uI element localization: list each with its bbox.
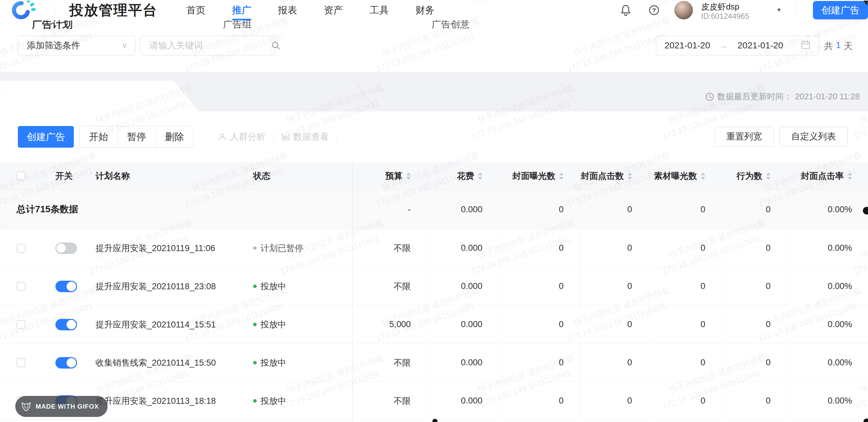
user-dropdown-caret-icon[interactable]: ▼ xyxy=(776,7,782,13)
data-update-time: 数据最后更新时间：2021-01-20 11:28 xyxy=(705,91,860,102)
cell-ctr: 0.00% xyxy=(786,229,868,267)
reset-column-width-button[interactable]: 重置列宽 xyxy=(715,127,774,147)
cell-budget: 不限 xyxy=(352,382,427,420)
nav-item-tools[interactable]: 工具 xyxy=(370,0,389,20)
plan-name[interactable]: 收集销售线索_20210114_15:50 xyxy=(95,357,216,368)
app-screen: 投放管理平台 首页 推广 报表 资产 工具 财务 ? 皮皮虾dsp ID:601… xyxy=(0,0,868,422)
bar-chart-icon xyxy=(281,132,290,141)
column-header-label: 行为数 xyxy=(737,170,762,182)
status-dot xyxy=(253,246,257,250)
sort-arrows-icon[interactable] xyxy=(766,172,771,180)
row-checkbox[interactable] xyxy=(17,320,26,329)
person-icon xyxy=(218,132,227,141)
fixed-column-divider xyxy=(352,162,353,422)
cell-cost: 0.000 xyxy=(427,305,498,344)
nav-item-home[interactable]: 首页 xyxy=(186,0,206,20)
date-range-arrow-icon: → xyxy=(720,41,728,51)
chevron-down-icon: ∨ xyxy=(122,41,127,50)
column-header-metric[interactable]: 封面点击率 xyxy=(786,162,868,190)
row-switch-toggle[interactable] xyxy=(55,319,77,330)
create-ad-button-header[interactable]: 创建广告 xyxy=(813,1,868,20)
tab-separator xyxy=(355,83,377,109)
top-header: 投放管理平台 首页 推广 报表 资产 工具 财务 ? 皮皮虾dsp ID:601… xyxy=(0,0,868,20)
tab-campaign-shape[interactable] xyxy=(0,81,199,111)
column-header-metric[interactable]: 素材曝光数 xyxy=(648,162,721,190)
user-info[interactable]: 皮皮虾dsp ID:601244965 xyxy=(701,2,774,20)
row-checkbox[interactable] xyxy=(17,358,26,367)
summary-actions: 0 xyxy=(721,190,786,229)
tab-separator xyxy=(560,83,582,109)
cell-material-impressions: 0 xyxy=(648,267,721,305)
sort-arrows-icon[interactable] xyxy=(478,172,483,180)
sort-arrows-icon[interactable] xyxy=(406,172,411,180)
cell-actions: 0 xyxy=(721,382,786,420)
date-start[interactable]: 2021-01-20 xyxy=(664,40,710,51)
days-value: 1 xyxy=(836,40,841,52)
column-header-label: 封面点击率 xyxy=(801,170,844,182)
cell-budget: 不限 xyxy=(352,229,427,267)
row-checkbox[interactable] xyxy=(17,244,26,253)
start-button[interactable]: 开始 xyxy=(80,126,118,148)
cell-cover-clicks: 0 xyxy=(580,267,648,305)
cell-ctr: 0.00% xyxy=(786,305,868,344)
sort-arrows-icon[interactable] xyxy=(701,172,705,180)
column-header-metric[interactable]: 花费 xyxy=(427,162,498,190)
row-switch-toggle[interactable] xyxy=(55,357,77,368)
column-header-metric[interactable]: 封面点击数 xyxy=(580,162,648,190)
plan-name[interactable]: 提升应用安装_20210118_23:08 xyxy=(95,281,216,292)
audience-analysis-link[interactable]: 人群分析 xyxy=(218,131,266,143)
summary-row: 总计715条数据 - 0.000 0 0 0 0 0.00% xyxy=(0,190,868,229)
sort-arrows-icon[interactable] xyxy=(559,172,564,180)
status-text: 投放中 xyxy=(260,281,286,292)
table-header-row: 开关 计划名称 状态 预算 花费 封面曝光数 封面点击数 素材曝光数 行 xyxy=(0,162,868,190)
table-row: 提升应用安装_20210119_11:06 计划已暂停 不限 0.000 0 0… xyxy=(0,229,868,267)
campaign-table: 开关 计划名称 状态 预算 花费 封面曝光数 封面点击数 素材曝光数 行 xyxy=(0,162,868,420)
summary-cover-clicks: 0 xyxy=(580,190,648,229)
summary-label: 总计715条数据 xyxy=(0,190,352,229)
nav-item-reports[interactable]: 报表 xyxy=(278,0,297,20)
cell-cover-clicks: 0 xyxy=(580,305,648,344)
column-header-label: 预算 xyxy=(385,170,402,182)
date-range-picker[interactable]: 2021-01-20 → 2021-01-20 xyxy=(656,36,819,55)
user-avatar[interactable] xyxy=(674,1,693,20)
notification-bell-icon[interactable] xyxy=(620,4,631,18)
date-end[interactable]: 2021-01-20 xyxy=(738,40,783,51)
toggle-knob xyxy=(66,320,76,329)
delete-button[interactable]: 删除 xyxy=(155,126,193,148)
status-dot xyxy=(253,361,257,364)
plan-name[interactable]: 提升应用安装_20210114_15:51 xyxy=(95,319,216,330)
table-row: 提升应用安装_20210113_18:18 投放中 不限 0.000 0 0 0… xyxy=(0,382,868,420)
nav-item-assets[interactable]: 资产 xyxy=(324,0,343,20)
gifox-badge-label: MADE WITH GIFOX xyxy=(36,403,99,410)
column-header-metric[interactable]: 行为数 xyxy=(721,162,786,190)
cell-ctr: 0.00% xyxy=(786,344,868,382)
sort-arrows-icon[interactable] xyxy=(628,172,632,180)
select-all-checkbox[interactable] xyxy=(17,171,26,181)
cell-material-impressions: 0 xyxy=(648,229,721,267)
app-logo-icon[interactable] xyxy=(11,1,43,21)
column-header-label: 花费 xyxy=(457,170,474,182)
row-switch-toggle[interactable] xyxy=(55,281,77,292)
pause-button[interactable]: 暂停 xyxy=(118,126,155,148)
header-separator xyxy=(796,4,796,16)
help-icon[interactable]: ? xyxy=(648,4,660,18)
column-header-name: 计划名称 xyxy=(95,162,253,190)
row-switch-toggle[interactable] xyxy=(55,242,77,254)
column-header-metric[interactable]: 预算 xyxy=(352,162,427,190)
column-tools: 重置列宽 自定义列表 xyxy=(715,127,848,147)
status-text: 投放中 xyxy=(260,357,286,368)
cell-cover-clicks: 0 xyxy=(580,344,648,382)
sort-arrows-icon[interactable] xyxy=(848,172,852,180)
data-view-link[interactable]: 数据查看 xyxy=(281,131,329,143)
plan-name[interactable]: 提升应用安装_20210113_18:18 xyxy=(95,395,216,407)
nav-item-promotion[interactable]: 推广 xyxy=(232,0,251,20)
days-suffix: 天 xyxy=(844,40,853,52)
row-checkbox[interactable] xyxy=(17,282,26,291)
nav-item-finance[interactable]: 财务 xyxy=(415,0,435,20)
customize-columns-button[interactable]: 自定义列表 xyxy=(779,127,848,147)
column-header-metric[interactable]: 封面曝光数 xyxy=(498,162,580,190)
cell-cost: 0.000 xyxy=(427,344,498,382)
search-button[interactable] xyxy=(271,36,281,55)
create-ad-button[interactable]: 创建广告 xyxy=(18,126,74,148)
plan-name[interactable]: 提升应用安装_20210119_11:06 xyxy=(95,242,215,254)
